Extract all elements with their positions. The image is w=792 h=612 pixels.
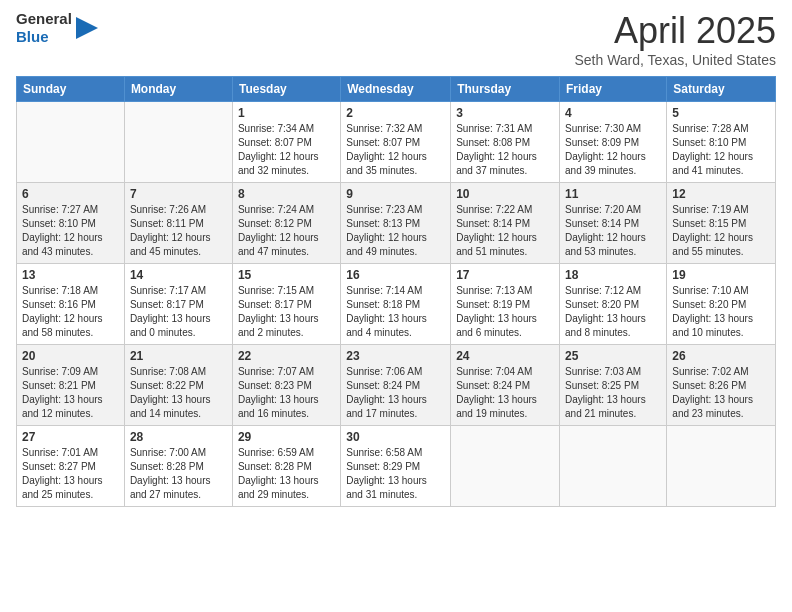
day-info: Sunrise: 7:07 AM Sunset: 8:23 PM Dayligh… <box>238 365 335 421</box>
day-info: Sunrise: 7:26 AM Sunset: 8:11 PM Dayligh… <box>130 203 227 259</box>
calendar-week-row: 1Sunrise: 7:34 AM Sunset: 8:07 PM Daylig… <box>17 102 776 183</box>
day-info: Sunrise: 7:14 AM Sunset: 8:18 PM Dayligh… <box>346 284 445 340</box>
calendar-day-cell: 17Sunrise: 7:13 AM Sunset: 8:19 PM Dayli… <box>451 264 560 345</box>
day-number: 21 <box>130 349 227 363</box>
calendar-day-cell: 5Sunrise: 7:28 AM Sunset: 8:10 PM Daylig… <box>667 102 776 183</box>
day-number: 4 <box>565 106 661 120</box>
day-number: 28 <box>130 430 227 444</box>
day-number: 10 <box>456 187 554 201</box>
day-number: 27 <box>22 430 119 444</box>
logo: General Blue <box>16 10 98 47</box>
calendar-day-cell: 1Sunrise: 7:34 AM Sunset: 8:07 PM Daylig… <box>232 102 340 183</box>
day-number: 25 <box>565 349 661 363</box>
title-block: April 2025 Seth Ward, Texas, United Stat… <box>574 10 776 68</box>
day-number: 9 <box>346 187 445 201</box>
day-info: Sunrise: 7:30 AM Sunset: 8:09 PM Dayligh… <box>565 122 661 178</box>
calendar-day-cell: 26Sunrise: 7:02 AM Sunset: 8:26 PM Dayli… <box>667 345 776 426</box>
day-info: Sunrise: 7:15 AM Sunset: 8:17 PM Dayligh… <box>238 284 335 340</box>
day-number: 23 <box>346 349 445 363</box>
day-info: Sunrise: 7:03 AM Sunset: 8:25 PM Dayligh… <box>565 365 661 421</box>
day-info: Sunrise: 6:59 AM Sunset: 8:28 PM Dayligh… <box>238 446 335 502</box>
day-number: 24 <box>456 349 554 363</box>
subtitle: Seth Ward, Texas, United States <box>574 52 776 68</box>
day-number: 7 <box>130 187 227 201</box>
day-number: 11 <box>565 187 661 201</box>
calendar-day-cell: 7Sunrise: 7:26 AM Sunset: 8:11 PM Daylig… <box>124 183 232 264</box>
day-info: Sunrise: 7:00 AM Sunset: 8:28 PM Dayligh… <box>130 446 227 502</box>
day-info: Sunrise: 7:10 AM Sunset: 8:20 PM Dayligh… <box>672 284 770 340</box>
calendar-day-cell: 10Sunrise: 7:22 AM Sunset: 8:14 PM Dayli… <box>451 183 560 264</box>
day-info: Sunrise: 7:06 AM Sunset: 8:24 PM Dayligh… <box>346 365 445 421</box>
calendar-day-cell <box>124 102 232 183</box>
logo-general: General <box>16 10 72 27</box>
day-info: Sunrise: 7:12 AM Sunset: 8:20 PM Dayligh… <box>565 284 661 340</box>
calendar-day-cell: 22Sunrise: 7:07 AM Sunset: 8:23 PM Dayli… <box>232 345 340 426</box>
calendar-header-cell: Friday <box>560 77 667 102</box>
calendar-day-cell: 9Sunrise: 7:23 AM Sunset: 8:13 PM Daylig… <box>341 183 451 264</box>
day-number: 15 <box>238 268 335 282</box>
main-title: April 2025 <box>574 10 776 52</box>
day-number: 12 <box>672 187 770 201</box>
day-number: 8 <box>238 187 335 201</box>
day-info: Sunrise: 7:32 AM Sunset: 8:07 PM Dayligh… <box>346 122 445 178</box>
calendar-day-cell: 11Sunrise: 7:20 AM Sunset: 8:14 PM Dayli… <box>560 183 667 264</box>
calendar-day-cell: 25Sunrise: 7:03 AM Sunset: 8:25 PM Dayli… <box>560 345 667 426</box>
day-info: Sunrise: 7:34 AM Sunset: 8:07 PM Dayligh… <box>238 122 335 178</box>
day-number: 5 <box>672 106 770 120</box>
day-info: Sunrise: 7:27 AM Sunset: 8:10 PM Dayligh… <box>22 203 119 259</box>
day-info: Sunrise: 7:22 AM Sunset: 8:14 PM Dayligh… <box>456 203 554 259</box>
day-info: Sunrise: 7:28 AM Sunset: 8:10 PM Dayligh… <box>672 122 770 178</box>
calendar-header-cell: Thursday <box>451 77 560 102</box>
day-info: Sunrise: 7:24 AM Sunset: 8:12 PM Dayligh… <box>238 203 335 259</box>
calendar-day-cell: 20Sunrise: 7:09 AM Sunset: 8:21 PM Dayli… <box>17 345 125 426</box>
day-number: 13 <box>22 268 119 282</box>
calendar-day-cell: 27Sunrise: 7:01 AM Sunset: 8:27 PM Dayli… <box>17 426 125 507</box>
day-info: Sunrise: 7:19 AM Sunset: 8:15 PM Dayligh… <box>672 203 770 259</box>
calendar-day-cell <box>451 426 560 507</box>
calendar-day-cell: 6Sunrise: 7:27 AM Sunset: 8:10 PM Daylig… <box>17 183 125 264</box>
day-info: Sunrise: 7:01 AM Sunset: 8:27 PM Dayligh… <box>22 446 119 502</box>
calendar-day-cell <box>17 102 125 183</box>
calendar-table: SundayMondayTuesdayWednesdayThursdayFrid… <box>16 76 776 507</box>
calendar-header-cell: Wednesday <box>341 77 451 102</box>
calendar-day-cell: 14Sunrise: 7:17 AM Sunset: 8:17 PM Dayli… <box>124 264 232 345</box>
day-number: 3 <box>456 106 554 120</box>
day-info: Sunrise: 7:02 AM Sunset: 8:26 PM Dayligh… <box>672 365 770 421</box>
calendar-day-cell: 29Sunrise: 6:59 AM Sunset: 8:28 PM Dayli… <box>232 426 340 507</box>
day-number: 22 <box>238 349 335 363</box>
calendar-day-cell: 2Sunrise: 7:32 AM Sunset: 8:07 PM Daylig… <box>341 102 451 183</box>
day-number: 20 <box>22 349 119 363</box>
day-info: Sunrise: 6:58 AM Sunset: 8:29 PM Dayligh… <box>346 446 445 502</box>
calendar-day-cell: 12Sunrise: 7:19 AM Sunset: 8:15 PM Dayli… <box>667 183 776 264</box>
calendar-day-cell: 16Sunrise: 7:14 AM Sunset: 8:18 PM Dayli… <box>341 264 451 345</box>
svg-marker-0 <box>76 17 98 39</box>
day-info: Sunrise: 7:20 AM Sunset: 8:14 PM Dayligh… <box>565 203 661 259</box>
day-info: Sunrise: 7:23 AM Sunset: 8:13 PM Dayligh… <box>346 203 445 259</box>
calendar-day-cell: 18Sunrise: 7:12 AM Sunset: 8:20 PM Dayli… <box>560 264 667 345</box>
logo-triangle-icon <box>76 17 98 39</box>
calendar-header-cell: Saturday <box>667 77 776 102</box>
calendar-day-cell: 23Sunrise: 7:06 AM Sunset: 8:24 PM Dayli… <box>341 345 451 426</box>
calendar-day-cell: 3Sunrise: 7:31 AM Sunset: 8:08 PM Daylig… <box>451 102 560 183</box>
day-info: Sunrise: 7:13 AM Sunset: 8:19 PM Dayligh… <box>456 284 554 340</box>
calendar-header-cell: Tuesday <box>232 77 340 102</box>
day-number: 6 <box>22 187 119 201</box>
day-number: 2 <box>346 106 445 120</box>
logo-blue: Blue <box>16 28 49 45</box>
calendar-day-cell: 19Sunrise: 7:10 AM Sunset: 8:20 PM Dayli… <box>667 264 776 345</box>
calendar-day-cell: 28Sunrise: 7:00 AM Sunset: 8:28 PM Dayli… <box>124 426 232 507</box>
calendar-header-cell: Monday <box>124 77 232 102</box>
calendar-day-cell <box>560 426 667 507</box>
day-info: Sunrise: 7:09 AM Sunset: 8:21 PM Dayligh… <box>22 365 119 421</box>
day-info: Sunrise: 7:08 AM Sunset: 8:22 PM Dayligh… <box>130 365 227 421</box>
day-number: 18 <box>565 268 661 282</box>
day-number: 14 <box>130 268 227 282</box>
calendar-day-cell: 8Sunrise: 7:24 AM Sunset: 8:12 PM Daylig… <box>232 183 340 264</box>
day-info: Sunrise: 7:17 AM Sunset: 8:17 PM Dayligh… <box>130 284 227 340</box>
day-number: 17 <box>456 268 554 282</box>
calendar-week-row: 13Sunrise: 7:18 AM Sunset: 8:16 PM Dayli… <box>17 264 776 345</box>
calendar-day-cell: 30Sunrise: 6:58 AM Sunset: 8:29 PM Dayli… <box>341 426 451 507</box>
header: General Blue April 2025 Seth Ward, Texas… <box>16 10 776 68</box>
calendar-day-cell: 4Sunrise: 7:30 AM Sunset: 8:09 PM Daylig… <box>560 102 667 183</box>
day-info: Sunrise: 7:31 AM Sunset: 8:08 PM Dayligh… <box>456 122 554 178</box>
